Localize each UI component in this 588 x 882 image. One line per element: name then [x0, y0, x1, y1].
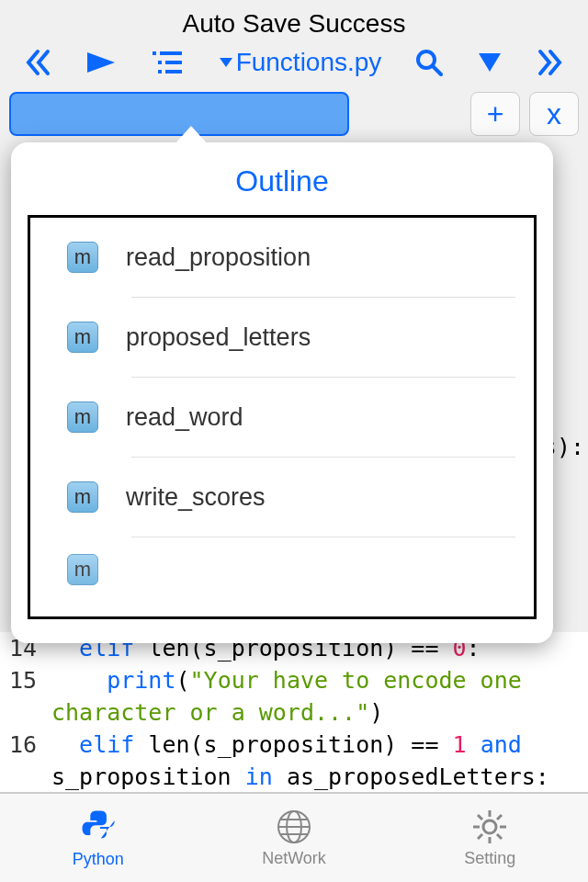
search-icon[interactable] — [415, 49, 443, 76]
outline-item[interactable]: m proposed_letters — [30, 298, 534, 377]
outline-item[interactable]: m — [30, 537, 534, 585]
svg-point-13 — [483, 820, 496, 833]
outline-item-label: write_scores — [126, 483, 266, 512]
globe-icon — [276, 808, 312, 845]
outline-popover: Outline m read_proposition m proposed_le… — [11, 142, 553, 643]
svg-line-21 — [478, 834, 482, 839]
gear-icon — [471, 808, 508, 845]
back-double-icon[interactable] — [26, 49, 51, 76]
add-tab-button[interactable]: + — [470, 92, 520, 136]
outline-item[interactable]: m write_scores — [30, 458, 534, 537]
filename-label: Functions.py — [236, 48, 382, 77]
svg-rect-3 — [165, 61, 182, 64]
page-title: Auto Save Success — [0, 0, 588, 44]
svg-rect-5 — [165, 70, 182, 74]
method-badge-icon: m — [67, 322, 98, 353]
outline-item-label: proposed_letters — [126, 323, 311, 352]
popover-title: Outline — [11, 142, 553, 215]
nav-python[interactable]: Python — [0, 794, 196, 882]
outline-list: m read_proposition m proposed_letters m … — [28, 215, 537, 619]
python-icon — [79, 808, 118, 846]
svg-line-7 — [433, 66, 441, 74]
method-badge-icon: m — [67, 481, 98, 513]
svg-rect-4 — [158, 70, 162, 74]
outline-item[interactable]: m read_word — [30, 378, 534, 457]
svg-line-20 — [497, 815, 502, 820]
tabs-row: + x — [0, 86, 588, 141]
filename-dropdown[interactable]: Functions.py — [218, 48, 382, 77]
code-line: s_proposition in as_proposedLetters: — [0, 761, 588, 793]
code-editor[interactable]: 14 elif len(s_proposition) == 0: 15 prin… — [0, 632, 588, 793]
method-badge-icon: m — [67, 242, 98, 273]
svg-line-18 — [478, 815, 482, 820]
play-icon[interactable] — [85, 51, 117, 74]
code-line: 16 elif len(s_proposition) == 1 and — [0, 729, 588, 761]
svg-line-19 — [497, 834, 502, 839]
nav-label: Python — [73, 850, 124, 869]
toolbar: Functions.py — [0, 44, 588, 86]
code-line: 15 print("Your have to encode one charac… — [0, 664, 588, 729]
bottom-nav: Python NetWork Setting — [0, 792, 588, 882]
nav-setting[interactable]: Setting — [392, 794, 588, 882]
svg-rect-0 — [153, 51, 156, 55]
dropdown-triangle-icon[interactable] — [477, 51, 503, 74]
nav-label: Setting — [464, 849, 515, 868]
nav-network[interactable]: NetWork — [196, 794, 391, 882]
svg-rect-1 — [160, 51, 182, 55]
method-badge-icon: m — [67, 554, 98, 585]
method-badge-icon: m — [67, 401, 98, 433]
nav-label: NetWork — [262, 849, 326, 868]
outline-item-label: read_proposition — [126, 243, 311, 272]
outline-item-label: read_word — [126, 403, 243, 432]
close-tab-button[interactable]: x — [529, 92, 579, 136]
outline-list-icon[interactable] — [151, 50, 184, 75]
outline-item[interactable]: m read_proposition — [30, 218, 534, 297]
forward-double-icon[interactable] — [537, 49, 562, 76]
svg-rect-2 — [158, 61, 162, 64]
